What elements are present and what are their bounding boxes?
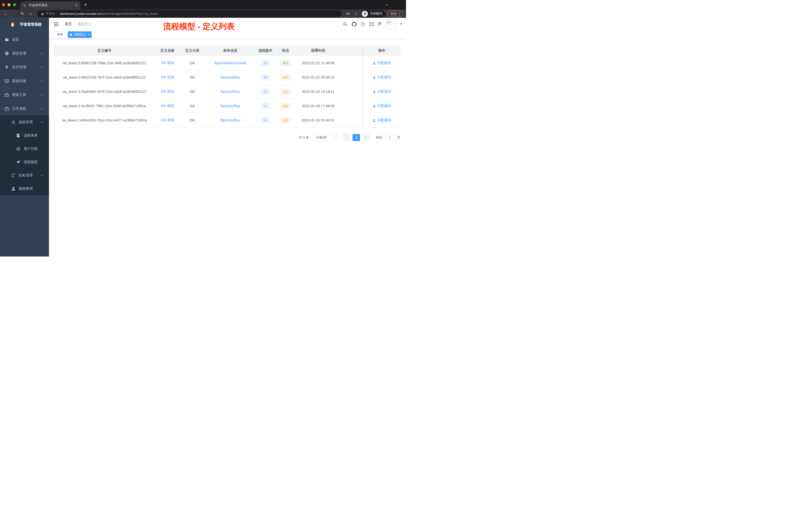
- form-info-link[interactable]: /bpm/oa/flow: [220, 75, 240, 79]
- sidebar-item-task-management[interactable]: 任务管理: [0, 169, 49, 182]
- sidebar-logo-row[interactable]: 芋道管理系统: [0, 18, 49, 31]
- form-info-link[interactable]: /bpm/oa/flow: [220, 104, 240, 108]
- minimize-window-button[interactable]: [7, 3, 10, 6]
- version-badge: v2: [261, 103, 270, 109]
- fullscreen-icon[interactable]: [369, 22, 374, 26]
- avatar-caret-icon[interactable]: [400, 23, 403, 25]
- prev-page-button[interactable]: [343, 134, 350, 141]
- form-info-link[interactable]: /bpm/oa/flow: [220, 90, 240, 94]
- pagination: 共 5 条 10条/页 1 前往 页: [54, 134, 401, 141]
- deploy-time-cell: 2022-01-22 19:19:11: [296, 90, 340, 94]
- form-info-link[interactable]: /bpm/oa/flow: [220, 118, 240, 122]
- robot-icon: [16, 147, 21, 151]
- avatar[interactable]: [386, 19, 396, 29]
- version-badge: v1: [261, 117, 270, 123]
- next-page-button[interactable]: [362, 134, 370, 141]
- sidebar-item-workflow[interactable]: 工作流程: [0, 102, 49, 116]
- chevron-down-icon: [333, 136, 336, 139]
- tag-close-icon[interactable]: ×: [88, 33, 89, 36]
- person-icon: [373, 61, 376, 65]
- yen-icon: ¥: [4, 65, 9, 69]
- url-domain: dashboard.yudao.iocoder.cn: [60, 12, 101, 16]
- traffic-lights[interactable]: [2, 3, 16, 6]
- help-icon[interactable]: ?: [361, 22, 365, 26]
- definition-category-cell: OA: [180, 90, 205, 94]
- sidebar-item-process-model[interactable]: 流程模型: [0, 155, 49, 169]
- new-tab-button[interactable]: +: [84, 1, 87, 8]
- tab-close-icon[interactable]: ✕: [75, 3, 78, 7]
- zoom-window-button[interactable]: [13, 3, 16, 6]
- definition-name-link[interactable]: OA 请假: [161, 118, 174, 122]
- status-badge: 挂起: [280, 117, 291, 123]
- chrome-update-button[interactable]: 更新: [387, 10, 403, 17]
- dashboard-icon: [4, 37, 9, 42]
- address-bar[interactable]: 不安全 dashboard.yudao.iocoder.cn/bpm/manag…: [37, 10, 342, 17]
- sidebar-item-leave-query[interactable]: 请假查询: [0, 182, 49, 195]
- sidebar-item-label: 流程表单: [24, 133, 49, 138]
- forward-icon[interactable]: →: [11, 11, 17, 16]
- page-size-value: 10条/页: [316, 135, 327, 140]
- bookmark-star-icon[interactable]: ☆: [354, 11, 357, 16]
- current-page-button[interactable]: 1: [352, 134, 360, 141]
- incognito-icon: [362, 11, 368, 17]
- person-icon: [373, 119, 376, 122]
- briefcase-icon: [4, 107, 9, 111]
- font-size-icon[interactable]: tT: [378, 22, 381, 26]
- sidebar-item-label: 流程管理: [19, 120, 40, 124]
- tag-home[interactable]: 首页: [55, 31, 65, 38]
- kebab-menu-icon[interactable]: [399, 12, 400, 16]
- back-icon[interactable]: ←: [2, 11, 9, 16]
- browser-tab[interactable]: 芋道管理系统 ✕: [20, 1, 80, 9]
- definition-name-link[interactable]: OA 请假: [161, 75, 174, 79]
- page-content: 定义编号定义名称定义分类表单信息流程版本状态部署时间操作 oa_leave:5:…: [49, 39, 406, 256]
- page-unit-label: 页: [397, 135, 401, 140]
- assign-rule-link[interactable]: 分配规则: [373, 118, 391, 122]
- warning-triangle-icon: [41, 12, 44, 16]
- breadcrumb-home-link[interactable]: 首页: [65, 22, 72, 26]
- goto-label: 前往: [376, 135, 382, 140]
- column-header: 操作: [363, 46, 401, 56]
- assign-rule-link[interactable]: 分配规则: [373, 104, 391, 108]
- breadcrumb-separator: /: [74, 22, 75, 26]
- deploy-time-cell: 2022-01-16 01:40:51: [296, 118, 340, 122]
- column-header: 定义编号: [54, 49, 155, 53]
- assign-rule-link[interactable]: 分配规则: [373, 75, 391, 80]
- github-icon[interactable]: [352, 22, 356, 27]
- hamburger-icon[interactable]: [54, 22, 59, 26]
- status-badge: 挂起: [280, 74, 291, 80]
- column-header: 定义分类: [180, 49, 205, 53]
- definition-id-cell: oa_leave:4:991f2193-7b7f-11ec-a3c8-acde4…: [54, 75, 155, 79]
- key-icon[interactable]: [346, 11, 350, 16]
- search-icon[interactable]: [343, 22, 348, 26]
- chevron-up-icon: [40, 121, 44, 124]
- sidebar-item-home[interactable]: 首页: [0, 33, 49, 47]
- sidebar-item-process-form[interactable]: 流程表单: [0, 129, 49, 142]
- deploy-time-cell: 2022-01-22 20:34:10: [296, 75, 340, 79]
- sidebar-item-process-management[interactable]: 流程管理: [0, 116, 49, 129]
- home-icon[interactable]: ⌂: [27, 11, 34, 16]
- definition-name-link[interactable]: OA 请假: [161, 89, 174, 93]
- sidebar-menu: 首页系统管理¥支付管理基础设施研发工具工作流程流程管理流程表单用户分组流程模型任…: [0, 31, 49, 195]
- chevron-down-icon: [40, 52, 44, 55]
- goto-page-input[interactable]: [384, 134, 396, 141]
- url-path: /bpm/manager/definition?key=oa_leave: [101, 12, 158, 16]
- definition-name-link[interactable]: OA 请假: [161, 61, 174, 65]
- deploy-time-cell: 2022-01-16 17:46:53: [296, 104, 340, 108]
- definition-name-link[interactable]: OA 请假: [161, 104, 174, 108]
- sidebar-item-user-group[interactable]: 用户分组: [0, 142, 49, 155]
- sidebar-item-system[interactable]: 系统管理: [0, 47, 49, 60]
- page-size-select[interactable]: 10条/页: [313, 134, 338, 141]
- sidebar-item-payment[interactable]: ¥支付管理: [0, 60, 49, 74]
- assign-rule-link[interactable]: 分配规则: [373, 89, 391, 94]
- sidebar-item-devtools[interactable]: 研发工具: [0, 88, 49, 102]
- form-info-link[interactable]: /bpm/oa/leave/create: [214, 61, 247, 65]
- assign-rule-link[interactable]: 分配规则: [373, 61, 391, 65]
- chevron-down-icon[interactable]: [385, 3, 389, 7]
- definition-table: 定义编号定义名称定义分类表单信息流程版本状态部署时间操作 oa_leave:5:…: [54, 46, 401, 127]
- tag-process-definition[interactable]: 流程定义 ×: [68, 31, 92, 38]
- deploy-time-cell: 2022-01-22 21:48:38: [296, 61, 340, 65]
- reload-icon[interactable]: ↻: [19, 11, 26, 16]
- sidebar-item-infrastructure[interactable]: 基础设施: [0, 74, 49, 88]
- definition-category-cell: OA: [180, 61, 205, 65]
- close-window-button[interactable]: [2, 3, 5, 6]
